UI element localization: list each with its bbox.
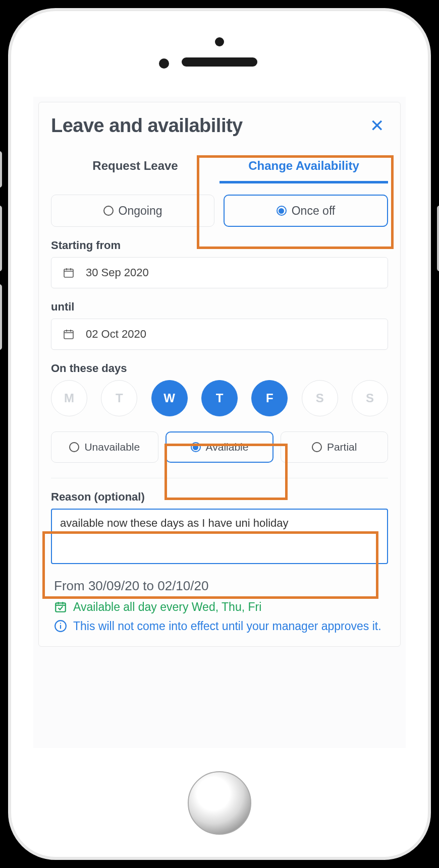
day-chip[interactable]: F <box>251 380 288 416</box>
starting-from-label: Starting from <box>51 239 388 252</box>
screen: Leave and availability ✕ Request Leave C… <box>33 97 406 748</box>
radio-icon <box>103 206 114 216</box>
calendar-icon <box>63 328 75 340</box>
info-icon <box>54 619 67 633</box>
home-button[interactable] <box>188 771 251 835</box>
day-chip[interactable]: W <box>151 380 188 416</box>
day-chip[interactable]: S <box>302 380 338 416</box>
close-icon[interactable]: ✕ <box>366 113 388 138</box>
radio-icon <box>69 442 79 452</box>
frequency-ongoing[interactable]: Ongoing <box>51 195 214 227</box>
phone-volume-down <box>0 284 2 350</box>
radio-icon <box>312 442 322 452</box>
reason-input[interactable] <box>51 509 388 564</box>
phone-frame: Leave and availability ✕ Request Leave C… <box>0 0 439 868</box>
svg-point-26 <box>60 623 61 624</box>
radio-icon <box>277 206 287 216</box>
phone-volume-up <box>0 206 2 271</box>
phone-earpiece-icon <box>182 57 257 67</box>
phone-sensor-icon <box>215 37 224 46</box>
option-unavailable[interactable]: Unavailable <box>51 431 158 463</box>
end-date-input[interactable]: 02 Oct 2020 <box>51 319 388 350</box>
frequency-once-off[interactable]: Once off <box>224 195 388 227</box>
availability-options: Unavailable Available Partial <box>51 431 388 478</box>
radio-icon <box>191 442 201 452</box>
svg-rect-0 <box>64 269 73 277</box>
frequency-ongoing-label: Ongoing <box>119 204 162 218</box>
day-chip[interactable]: T <box>201 380 238 416</box>
day-chip[interactable]: T <box>101 380 137 416</box>
option-available-label: Available <box>206 441 249 453</box>
start-date-input[interactable]: 30 Sep 2020 <box>51 257 388 288</box>
phone-side-button <box>0 151 2 188</box>
day-selector: MTWTFSS <box>51 380 388 416</box>
phone-camera-icon <box>159 58 169 69</box>
option-partial[interactable]: Partial <box>281 431 388 463</box>
option-partial-label: Partial <box>327 441 357 453</box>
summary-available-text: Available all day every Wed, Thu, Fri <box>73 599 261 615</box>
summary-block: From 30/09/20 to 02/10/20 Available all … <box>51 578 388 634</box>
option-unavailable-label: Unavailable <box>84 441 140 453</box>
reason-label: Reason (optional) <box>51 490 388 504</box>
frequency-options: Ongoing Once off <box>51 195 388 227</box>
tabs: Request Leave Change Availability <box>51 150 388 183</box>
svg-rect-10 <box>64 331 73 339</box>
tab-request-leave[interactable]: Request Leave <box>51 150 220 183</box>
summary-range: From 30/09/20 to 02/10/20 <box>54 578 385 594</box>
summary-available-row: Available all day every Wed, Thu, Fri <box>54 599 385 615</box>
summary-info-row: This will not come into effect until you… <box>54 618 385 634</box>
leave-availability-panel: Leave and availability ✕ Request Leave C… <box>38 102 401 647</box>
calendar-check-icon <box>54 600 67 613</box>
summary-info-text: This will not come into effect until you… <box>73 618 381 634</box>
start-date-value: 30 Sep 2020 <box>86 266 149 279</box>
frequency-once-off-label: Once off <box>292 204 336 218</box>
option-available[interactable]: Available <box>166 431 274 463</box>
until-label: until <box>51 300 388 314</box>
panel-header: Leave and availability ✕ <box>51 113 388 138</box>
panel-title: Leave and availability <box>51 115 243 137</box>
phone-power-button <box>437 206 439 271</box>
day-chip[interactable]: S <box>352 380 388 416</box>
calendar-icon <box>63 267 75 279</box>
end-date-value: 02 Oct 2020 <box>86 328 146 341</box>
day-chip[interactable]: M <box>51 380 87 416</box>
tab-change-availability[interactable]: Change Availability <box>220 150 388 183</box>
svg-rect-20 <box>56 603 66 611</box>
on-these-days-label: On these days <box>51 362 388 375</box>
